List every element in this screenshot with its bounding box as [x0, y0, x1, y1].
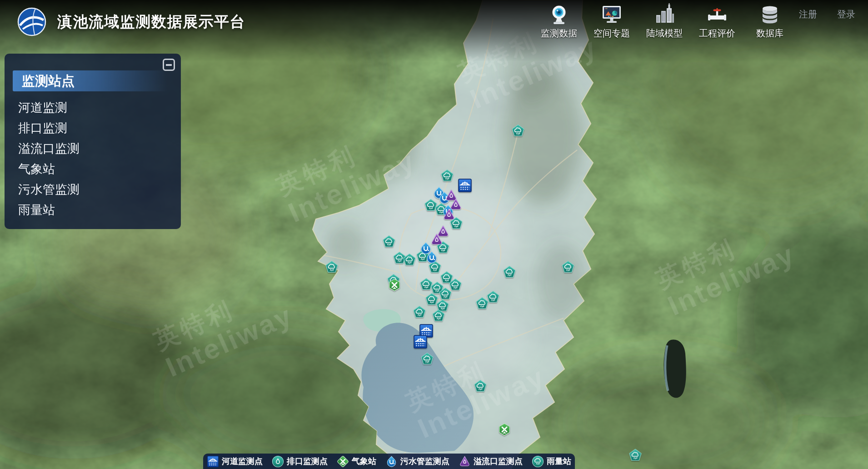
register-link[interactable]: 注册	[799, 8, 817, 20]
platform-logo	[17, 7, 46, 36]
nav-monitoring-data[interactable]: 监测数据	[536, 2, 582, 40]
overflow-legend-icon	[459, 455, 471, 468]
panel-item-outfall-monitoring[interactable]: 排口监测	[18, 118, 181, 139]
auth-links: 注册登录	[799, 8, 855, 20]
panel-item-rain-station[interactable]: 雨量站	[18, 200, 181, 220]
legend-label: 气象站	[352, 456, 376, 467]
map-legend: 河道监测点排口监测点气象站污水管监测点溢流口监测点雨量站	[203, 454, 575, 469]
panel-item-overflow-monitoring[interactable]: 溢流口监测	[18, 139, 181, 159]
panel-minimize-button[interactable]	[163, 59, 175, 71]
buildings-icon	[652, 2, 677, 27]
legend-item-outfall-point[interactable]: 排口监测点	[272, 455, 328, 468]
legend-label: 排口监测点	[287, 456, 328, 467]
pipe-valve-icon	[705, 2, 729, 27]
station-panel: 监测站点 河道监测排口监测溢流口监测气象站污水管监测雨量站	[5, 54, 181, 229]
login-link[interactable]: 登录	[837, 8, 855, 20]
nav-spatial-topics[interactable]: 空间专题	[589, 2, 635, 40]
legend-item-river-point[interactable]: 河道监测点	[207, 455, 263, 468]
page-title: 滇池流域监测数据展示平台	[57, 12, 245, 32]
nav-label: 陆域模型	[646, 27, 683, 40]
nav-land-model[interactable]: 陆域模型	[641, 2, 688, 40]
monitor-chart-icon	[599, 2, 624, 27]
panel-title: 监测站点	[13, 70, 167, 91]
nav-database[interactable]: 数据库	[747, 2, 793, 40]
brand: 滇池流域监测数据展示平台	[17, 7, 245, 36]
legend-item-rain-station-point[interactable]: 雨量站	[532, 455, 571, 468]
legend-label: 雨量站	[547, 456, 571, 467]
legend-item-overflow-point[interactable]: 溢流口监测点	[459, 455, 523, 468]
panel-item-list: 河道监测排口监测溢流口监测气象站污水管监测雨量站	[5, 98, 181, 220]
top-nav: 监测数据空间专题陆域模型工程评价数据库	[536, 2, 793, 40]
legend-label: 污水管监测点	[400, 456, 449, 467]
legend-label: 河道监测点	[222, 456, 263, 467]
marker-river[interactable]	[414, 335, 427, 348]
nav-label: 空间专题	[594, 27, 630, 40]
nav-label: 工程评价	[699, 27, 735, 40]
lake-east	[663, 339, 686, 398]
legend-label: 溢流口监测点	[474, 456, 523, 467]
nav-project-evaluation[interactable]: 工程评价	[694, 2, 740, 40]
panel-item-sewage-pipe-monitoring[interactable]: 污水管监测	[18, 180, 181, 200]
marker-river[interactable]	[459, 179, 471, 192]
panel-item-weather-station[interactable]: 气象站	[18, 159, 181, 180]
nav-label: 数据库	[756, 27, 783, 40]
outfall-legend-icon	[272, 455, 284, 468]
weather-d-legend-icon	[337, 455, 349, 468]
panel-item-river-monitoring[interactable]: 河道监测	[18, 98, 181, 118]
database-icon	[758, 2, 782, 27]
sewage-legend-icon	[385, 455, 398, 468]
legend-item-weather-station-point[interactable]: 气象站	[337, 455, 376, 468]
river-legend-icon	[207, 455, 219, 468]
rain-c-legend-icon	[532, 455, 544, 468]
nav-label: 监测数据	[541, 27, 577, 40]
legend-item-sewage-point[interactable]: 污水管监测点	[385, 455, 449, 468]
webcam-icon	[547, 2, 571, 27]
